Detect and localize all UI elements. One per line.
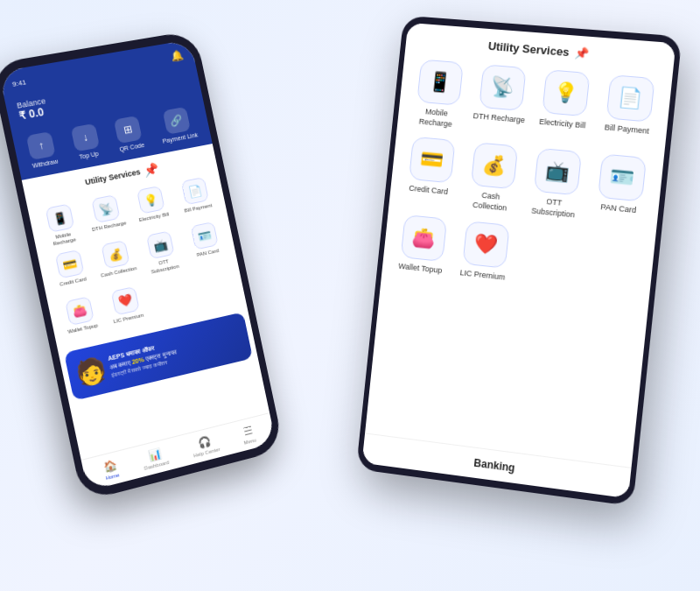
qrcode-action[interactable]: ⊞ QR Code: [113, 115, 144, 151]
front-ott-label: OTT Subscription: [526, 195, 581, 221]
list-item[interactable]: 👛 Wallet Topup: [57, 294, 103, 336]
list-item[interactable]: 💳 Credit Card: [47, 248, 94, 296]
dashboard-icon: 📊: [147, 447, 162, 461]
front-electricity-label: Electricity Bill: [539, 116, 586, 130]
mobile-recharge-icon: 📱: [45, 203, 74, 232]
withdraw-label: Withdraw: [32, 158, 59, 168]
list-item[interactable]: 💰 Cash Collection: [94, 238, 140, 285]
front-bill-payment-label: Bill Payment: [604, 123, 649, 137]
bottom-nav-back: 🏠 Home 📊 Dashboard 🎧 Help Center ☰ Menu: [81, 412, 276, 491]
pan-card-label: PAN Card: [196, 248, 220, 258]
front-mobile-recharge-icon: 📱: [416, 59, 464, 105]
list-item[interactable]: 💡 Electricity Bill: [129, 184, 175, 230]
ott-label: OTT Subscription: [144, 256, 185, 276]
scene: 9:41 🔔 Balance ₹ 0.0 ↑ Withdraw ↓ Top Up: [18, 16, 682, 576]
withdraw-icon: ↑: [26, 130, 56, 159]
credit-card-label: Credit Card: [60, 276, 88, 288]
bill-payment-icon: 📄: [180, 177, 208, 205]
list-item[interactable]: 💡 Electricity Bill: [534, 68, 594, 141]
home-icon: 🏠: [102, 458, 118, 474]
nav-dashboard[interactable]: 📊 Dashboard: [141, 445, 170, 470]
front-wallet-topup-label: Wallet Topup: [398, 261, 443, 276]
credit-card-icon: 💳: [54, 250, 84, 279]
list-item[interactable]: ❤️ LIC Premium: [456, 220, 514, 283]
front-pan-card-label: PAN Card: [600, 202, 637, 216]
qrcode-label: QR Code: [119, 141, 145, 151]
back-phone: 9:41 🔔 Balance ₹ 0.0 ↑ Withdraw ↓ Top Up: [0, 30, 284, 502]
promo-text: AEPS धमाका ऑफर अब कमाए 20% एक्स्ट्रा मुन…: [108, 339, 179, 378]
list-item[interactable]: 🪪 PAN Card: [183, 220, 228, 266]
cash-collection-icon: 💰: [101, 240, 130, 269]
dth-recharge-icon: 📡: [91, 194, 120, 223]
lic-premium-icon: ❤️: [110, 285, 139, 315]
front-lic-premium-icon: ❤️: [462, 220, 509, 268]
mobile-recharge-label: Mobile Recharge: [43, 229, 85, 249]
front-lic-premium-label: LIC Premium: [459, 268, 506, 283]
front-utility-grid: 📱 Mobile Recharge 📡 DTH Recharge 💡 Elect…: [390, 58, 663, 297]
list-item[interactable]: 📄 Bill Payment: [598, 74, 659, 147]
front-electricity-icon: 💡: [542, 69, 590, 116]
front-credit-card-label: Credit Card: [409, 184, 449, 198]
electricity-bill-icon: 💡: [136, 186, 164, 215]
list-item[interactable]: 📡 DTH Recharge: [83, 193, 130, 239]
nav-help[interactable]: 🎧 Help Center: [190, 432, 220, 457]
bell-icon[interactable]: 🔔: [170, 48, 185, 62]
pin-icon-back: 📌: [142, 161, 159, 178]
list-item[interactable]: 📺 OTT Subscription: [526, 147, 586, 221]
promo-character-icon: 🧑: [73, 354, 109, 390]
payment-link-action[interactable]: 🔗 Payment Link: [157, 105, 199, 144]
bill-payment-label: Bill Payment: [184, 202, 213, 214]
qrcode-icon: ⊞: [114, 115, 143, 143]
time: 9:41: [11, 77, 27, 88]
list-item[interactable]: 💰 Cash Collection: [463, 142, 522, 215]
pin-icon-front: 📌: [574, 46, 590, 60]
electricity-bill-label: Electricity Bill: [138, 211, 169, 223]
front-bill-payment-icon: 📄: [606, 74, 654, 123]
front-utility-section: Utility Services 📌 📱 Mobile Recharge 📡 D…: [381, 22, 676, 308]
menu-icon: ☰: [242, 424, 254, 438]
topup-label: Top Up: [79, 150, 99, 159]
payment-link-label: Payment Link: [162, 131, 199, 144]
front-phone-screen: Utility Services 📌 📱 Mobile Recharge 📡 D…: [362, 22, 676, 497]
front-cash-collection-label: Cash Collection: [463, 189, 517, 215]
back-phone-screen: 9:41 🔔 Balance ₹ 0.0 ↑ Withdraw ↓ Top Up: [0, 39, 276, 491]
utility-grid-back: 📱 Mobile Recharge 📡 DTH Recharge 💡 Elect…: [35, 172, 239, 340]
front-pan-card-icon: 🪪: [597, 153, 646, 201]
list-item[interactable]: 💳 Credit Card: [401, 136, 459, 208]
dashboard-label: Dashboard: [144, 459, 170, 470]
nav-menu[interactable]: ☰ Menu: [241, 423, 257, 445]
cash-collection-label: Cash Collection: [101, 265, 138, 279]
withdraw-action[interactable]: ↑ Withdraw: [26, 130, 59, 168]
list-item[interactable]: 🪪 PAN Card: [590, 153, 651, 228]
banking-section: Banking: [362, 433, 632, 498]
list-item[interactable]: 📱 Mobile Recharge: [37, 201, 84, 249]
front-dth-label: DTH Recharge: [472, 111, 525, 126]
list-item[interactable]: 📱 Mobile Recharge: [410, 59, 468, 130]
front-credit-card-icon: 💳: [408, 137, 455, 184]
front-cash-collection-icon: 💰: [470, 142, 517, 189]
front-phone: Utility Services 📌 📱 Mobile Recharge 📡 D…: [356, 15, 682, 506]
list-item[interactable]: ❤️ LIC Premium: [103, 285, 149, 326]
front-mobile-recharge-label: Mobile Recharge: [410, 105, 464, 130]
payment-link-icon: 🔗: [163, 106, 191, 134]
wallet-topup-icon: 👛: [65, 296, 94, 326]
list-item[interactable]: 📄 Bill Payment: [173, 175, 219, 221]
banking-title: Banking: [371, 443, 621, 488]
topup-icon: ↓: [71, 123, 100, 151]
list-item[interactable]: 📡 DTH Recharge: [471, 63, 530, 136]
front-dth-icon: 📡: [479, 64, 526, 111]
utility-section-back: Utility Services 📌 📱 Mobile Recharge 📡 D…: [22, 144, 247, 348]
dth-recharge-label: DTH Recharge: [91, 220, 127, 233]
nav-home[interactable]: 🏠 Home: [102, 457, 120, 480]
ott-icon: 📺: [146, 230, 175, 259]
front-wallet-topup-icon: 👛: [400, 214, 447, 261]
list-item[interactable]: 👛 Wallet Topup: [394, 214, 452, 277]
topup-action[interactable]: ↓ Top Up: [71, 123, 102, 160]
pan-card-icon: 🪪: [190, 222, 218, 250]
list-item[interactable]: 📺 OTT Subscription: [138, 229, 185, 276]
front-ott-icon: 📺: [533, 148, 581, 196]
help-icon: 🎧: [197, 433, 212, 448]
